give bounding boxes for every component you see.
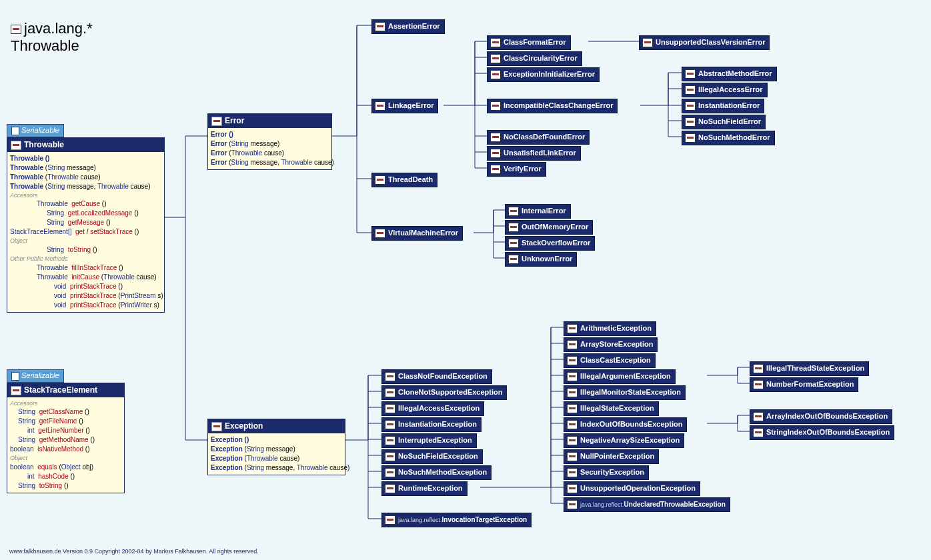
class-icon xyxy=(567,468,578,477)
class-icon xyxy=(211,422,222,431)
node-clonenotsupportedexception: CloneNotSupportedException xyxy=(381,385,507,400)
node-classnotfoundexception: ClassNotFoundException xyxy=(381,369,492,384)
node-nosuchmethoderror: NoSuchMethodError xyxy=(682,131,775,145)
node-numberformatexception: NumberFormatException xyxy=(750,377,858,392)
node-unknownerror: UnknownError xyxy=(505,252,577,267)
node-label: NegativeArraySizeException xyxy=(580,436,680,444)
footer-copyright: www.falkhausen.de Version 0.9 Copyright … xyxy=(9,548,259,555)
node-label: NoSuchFieldException xyxy=(398,452,478,460)
class-icon xyxy=(567,420,578,429)
node-label: UnknownError xyxy=(522,255,572,263)
class-icon xyxy=(385,436,395,445)
class-icon xyxy=(375,229,385,238)
node-label: ClassCastException xyxy=(580,356,651,364)
class-icon xyxy=(211,117,222,126)
class-icon xyxy=(508,223,519,232)
node-classformaterror: ClassFormatError xyxy=(487,35,571,50)
node-label: LinkageError xyxy=(388,101,433,109)
node-negativearraysizeexception: NegativeArraySizeException xyxy=(564,433,684,448)
class-icon xyxy=(567,340,578,349)
class-icon xyxy=(685,85,696,95)
node-label: NoSuchMethodException xyxy=(398,468,487,476)
class-icon xyxy=(375,175,385,185)
node-label: IllegalArgumentException xyxy=(580,372,671,380)
class-icon xyxy=(508,255,519,264)
node-label: ClassFormatError xyxy=(504,38,566,46)
class-icon xyxy=(685,133,696,143)
node-nosuchmethodexception: NoSuchMethodException xyxy=(381,465,492,480)
class-icon xyxy=(385,468,395,477)
class-icon xyxy=(685,69,696,79)
node-threaddeath: ThreadDeath xyxy=(371,173,437,187)
section-label: Accessors xyxy=(10,399,121,408)
class-icon xyxy=(490,38,501,47)
node-indexoutofboundsexception: IndexOutOfBoundsException xyxy=(564,417,687,432)
node-label: OutOfMemoryError xyxy=(522,223,588,231)
interface-tag-serializable-2: Serializable xyxy=(7,369,64,383)
class-icon xyxy=(385,404,395,413)
class-icon xyxy=(567,436,578,445)
node-unsatisfiedlinkerror: UnsatisfiedLinkError xyxy=(487,146,581,161)
class-icon xyxy=(567,388,578,397)
class-icon xyxy=(685,117,696,127)
node-stackoverflowerror: StackOverflowError xyxy=(505,236,595,251)
class-icon xyxy=(385,372,395,381)
class-icon xyxy=(490,70,501,79)
node-label: IllegalMonitorStateException xyxy=(580,388,681,396)
node-label: NoSuchFieldError xyxy=(698,117,761,125)
node-arithmeticexception: ArithmeticException xyxy=(564,321,656,336)
interface-icon xyxy=(11,372,19,381)
class-icon xyxy=(385,420,395,429)
class-icon xyxy=(567,324,578,333)
node-instantiationexception: InstantiationException xyxy=(381,417,482,432)
class-icon xyxy=(490,149,501,158)
interface-icon xyxy=(11,127,19,135)
ctor: Error () xyxy=(211,131,233,138)
node-label: InstantiationError xyxy=(698,101,760,109)
node-label: NumberFormatException xyxy=(766,380,854,388)
node-label: SecurityException xyxy=(580,468,644,476)
node-label: ClassNotFoundException xyxy=(398,372,488,380)
class-icon xyxy=(385,484,395,493)
node-label: ArrayIndexOutOfBoundsException xyxy=(766,412,888,420)
node-label: AbstractMethodError xyxy=(698,69,772,77)
node-label: InternalError xyxy=(522,207,566,215)
node-linkageerror: LinkageError xyxy=(371,99,438,113)
node-label: InstantiationException xyxy=(398,420,477,428)
class-name: Error xyxy=(225,116,244,125)
node-namespace: java.lang.reflect. xyxy=(398,517,442,523)
node-exceptionininitializererror: ExceptionInInitializerError xyxy=(487,67,600,82)
title-line2: Throwable xyxy=(11,37,93,55)
node-instantiationerror: InstantiationError xyxy=(682,99,764,113)
node-label: ArrayStoreException xyxy=(580,340,653,348)
node-unsupportedclassversionerror: UnsupportedClassVersionError xyxy=(639,35,770,50)
class-icon xyxy=(375,22,385,31)
node-label: StringIndexOutOfBoundsException xyxy=(766,428,890,436)
interface-label: Serializable xyxy=(21,126,59,134)
package-icon xyxy=(11,25,21,34)
node-verifyerror: VerifyError xyxy=(487,162,546,177)
node-illegalaccesserror: IllegalAccessError xyxy=(682,83,768,97)
interface-tag-serializable-1: Serializable xyxy=(7,124,64,137)
node-label: AssertionError xyxy=(388,22,440,30)
node-label: ClassCircularityError xyxy=(504,54,578,62)
class-icon xyxy=(567,500,578,509)
class-icon xyxy=(490,54,501,63)
node-undeclaredthrowableexception: java.lang.reflect.UndeclaredThrowableExc… xyxy=(564,497,730,512)
node-securityexception: SecurityException xyxy=(564,465,649,480)
class-icon xyxy=(385,388,395,397)
class-icon xyxy=(385,515,395,525)
class-icon xyxy=(508,207,519,216)
node-virtualmachineerror: VirtualMachineError xyxy=(371,226,463,241)
class-icon xyxy=(11,386,21,395)
node-label: NoClassDefFoundError xyxy=(504,133,585,141)
class-exception: Exception Exception () Exception (String… xyxy=(207,419,345,475)
node-unsupportedoperationexception: UnsupportedOperationException xyxy=(564,481,700,496)
class-name: StackTraceElement xyxy=(24,385,97,395)
class-icon xyxy=(11,141,21,150)
node-label: IllegalThreadStateException xyxy=(766,364,864,372)
ctor: Throwable () xyxy=(10,155,49,162)
node-label: IllegalStateException xyxy=(580,404,654,412)
node-label: ExceptionInInitializerError xyxy=(504,70,595,78)
node-label: VerifyError xyxy=(504,165,542,173)
